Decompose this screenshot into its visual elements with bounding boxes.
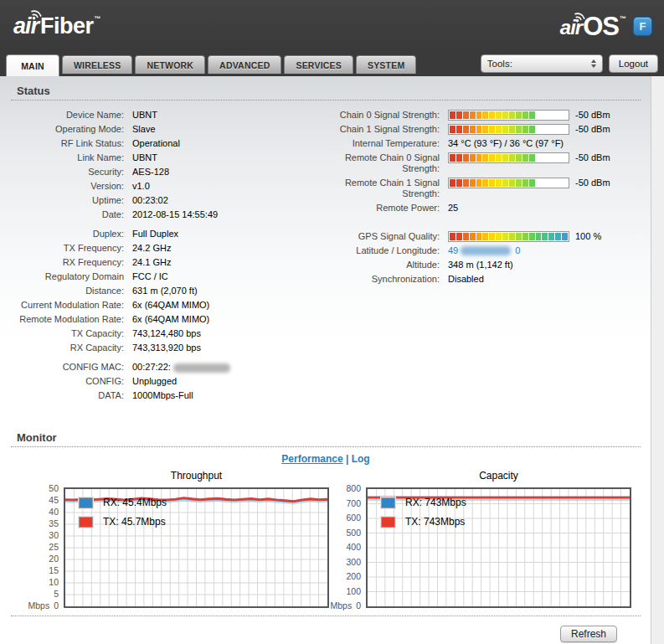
y-tick-label: 30 — [49, 530, 59, 540]
status-row: TX Capacity:743,124,480 bps — [11, 328, 312, 339]
nav-tabs: MAINWIRELESSNETWORKADVANCEDSERVICESSYSTE… — [6, 54, 416, 76]
throughput-y-axis: 5045403530252015105Mbps0 — [28, 487, 61, 608]
status-row: TX Frequency:24.2 GHz — [11, 243, 312, 254]
status-row: Altitude:348 m (1,142 ft) — [312, 260, 641, 270]
y-tick-label: 35 — [49, 518, 59, 528]
status-value: UBNT — [132, 110, 157, 121]
tab-bar: MAINWIRELESSNETWORKADVANCEDSERVICESSYSTE… — [0, 52, 664, 76]
airos-logo: air OS ™ F — [560, 15, 652, 38]
tab-advanced[interactable]: ADVANCED — [208, 55, 281, 74]
tab-system[interactable]: SYSTEM — [356, 55, 416, 74]
status-label: Current Modulation Rate: — [11, 300, 124, 311]
status-label: Latitude / Longitude: — [312, 245, 440, 256]
monitor-section-heading: Monitor — [11, 429, 641, 447]
charts-area: Throughput5045403530252015105Mbps0RX: 45… — [11, 466, 641, 608]
tab-network[interactable]: NETWORK — [135, 55, 205, 74]
status-label: RF Link Status: — [11, 138, 124, 149]
status-value: 490 — [448, 245, 520, 256]
capacity-legend: RX: 743MbpsTX: 743Mbps — [381, 497, 466, 535]
y-tick-label: 200 — [346, 571, 361, 581]
blurred-value — [173, 363, 230, 373]
y-tick-label: Mbps0 — [330, 600, 361, 611]
main-content: Status Device Name:UBNTOperating Mode:Sl… — [0, 76, 651, 644]
throughput-chart: Throughput5045403530252015105Mbps0RX: 45… — [28, 466, 329, 608]
status-value: 00:23:02 — [132, 195, 168, 206]
airfiber-logo: air Fiber ™ — [13, 15, 101, 37]
legend-item: RX: 45.4Mbps — [79, 497, 167, 508]
tools-dropdown[interactable]: Tools: — [481, 54, 603, 73]
page: air Fiber ™ air OS ™ F — [0, 0, 664, 644]
tab-main[interactable]: MAIN — [6, 54, 59, 76]
log-link[interactable]: Log — [352, 453, 370, 465]
capacity-plot-area: RX: 743MbpsTX: 743Mbps — [366, 487, 631, 608]
refresh-button[interactable]: Refresh — [560, 626, 617, 642]
status-label: Regulatory Domain — [11, 271, 124, 282]
status-value: -50 dBm — [448, 178, 610, 188]
status-label: Link Name: — [11, 152, 124, 163]
status-row: Version:v1.0 — [11, 181, 312, 192]
status-value: 24.2 GHz — [132, 243, 171, 254]
logout-button[interactable]: Logout — [609, 54, 658, 73]
status-value: 00:27:22: — [132, 362, 230, 373]
performance-link[interactable]: Performance — [281, 453, 342, 465]
links-separator: | — [346, 453, 348, 465]
status-value: 24.1 GHz — [132, 257, 171, 268]
status-value: 743,313,920 bps — [132, 343, 201, 353]
status-label: Uptime: — [11, 195, 124, 206]
latitude-link[interactable]: 49 — [448, 245, 458, 256]
airfiber-trademark: ™ — [95, 15, 101, 23]
y-tick-label: 20 — [49, 554, 59, 564]
status-label: Altitude: — [312, 260, 440, 270]
monitor-links: Performance | Log — [11, 453, 641, 465]
status-value: v1.0 — [132, 181, 150, 192]
airfiber-logo-name: Fiber — [40, 15, 94, 37]
status-label: RX Frequency: — [11, 257, 124, 268]
status-label: Remote Power: — [312, 203, 440, 214]
status-row: RF Link Status:Operational — [11, 138, 312, 149]
mac-prefix: 00:27:22: — [132, 362, 171, 372]
status-label: Version: — [11, 181, 124, 192]
status-row: CONFIG:Unplugged — [11, 376, 312, 387]
status-value: 631 m (2,070 ft) — [132, 286, 198, 296]
y-tick-label: 700 — [346, 498, 361, 508]
tools-dropdown-label: Tools: — [487, 59, 512, 69]
bar-value-text: 100 % — [575, 231, 601, 242]
tab-actions: Tools: Logout — [481, 54, 658, 73]
top-header: air Fiber ™ air OS ™ F — [0, 0, 664, 52]
status-section-heading: Status — [11, 82, 641, 100]
legend-swatch-rx — [79, 497, 93, 508]
latitude-blurred — [461, 246, 511, 255]
status-row: Chain 1 Signal Strength:-50 dBm — [312, 124, 641, 135]
bar-value-text: -50 dBm — [575, 178, 610, 188]
signal-strength-bar — [448, 124, 569, 135]
status-label: Duplex: — [11, 229, 124, 240]
tab-wireless[interactable]: WIRELESS — [62, 55, 132, 74]
status-row: Remote Chain 1 Signal Strength:-50 dBm — [312, 178, 641, 199]
status-label: Internal Temperature: — [312, 138, 440, 149]
status-label: TX Capacity: — [11, 328, 124, 339]
status-value: Operational — [132, 138, 180, 149]
throughput-chart-title: Throughput — [64, 470, 329, 482]
status-row: CONFIG MAC:00:27:22: — [11, 362, 312, 373]
status-row: RX Capacity:743,313,920 bps — [11, 343, 312, 353]
status-row: Remote Modulation Rate:6x (64QAM MIMO) — [11, 314, 312, 325]
status-left-column: Device Name:UBNTOperating Mode:SlaveRF L… — [11, 110, 312, 404]
status-row: Remote Power:25 — [312, 203, 641, 214]
status-value: Slave — [132, 124, 156, 135]
capacity-chart: Capacity800700600500400300200100Mbps0RX:… — [330, 466, 631, 608]
refresh-row: Refresh — [11, 616, 641, 642]
status-value: -50 dBm — [448, 152, 610, 163]
status-value: 34 °C (93 °F) / 36 °C (97 °F) — [448, 138, 564, 149]
status-row: GPS Signal Quality:100 % — [312, 231, 641, 242]
airos-logo-air: air — [560, 18, 582, 38]
status-row: Link Name:UBNT — [11, 152, 312, 163]
legend-swatch-tx — [381, 517, 395, 528]
status-label: RX Capacity: — [11, 343, 124, 353]
status-row: Regulatory DomainFCC / IC — [11, 271, 312, 282]
tab-services[interactable]: SERVICES — [284, 55, 353, 74]
legend-label: RX: 45.4Mbps — [103, 497, 167, 508]
longitude-link[interactable]: 0 — [515, 245, 520, 256]
status-value: AES-128 — [132, 167, 169, 178]
y-tick-label: 100 — [346, 586, 361, 596]
legend-label: RX: 743Mbps — [405, 497, 466, 508]
